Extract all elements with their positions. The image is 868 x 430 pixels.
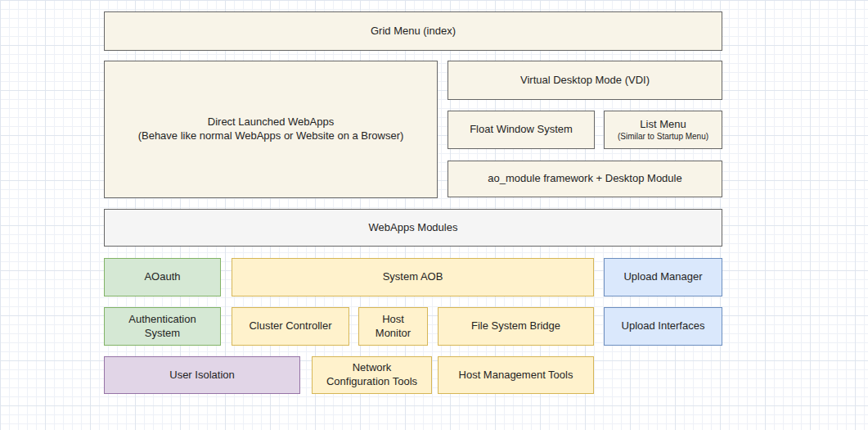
node-label: User Isolation [169, 369, 234, 382]
node-label: WebApps Modules [369, 221, 458, 235]
node-system-aob: System AOB [232, 258, 594, 296]
node-label: Virtual Desktop Mode (VDI) [520, 74, 650, 88]
node-user-isolation: User Isolation [104, 356, 300, 394]
node-grid-menu: Grid Menu (index) [104, 11, 722, 51]
node-float-window-system: Float Window System [447, 111, 595, 149]
node-virtual-desktop-mode: Virtual Desktop Mode (VDI) [447, 61, 722, 100]
node-label: Monitor [376, 327, 411, 341]
node-host-management-tools: Host Management Tools [438, 356, 594, 394]
node-label: Authentication [128, 313, 196, 327]
diagram-canvas: Grid Menu (index)Direct Launched WebApps… [0, 0, 868, 430]
node-label: Cluster Controller [249, 319, 331, 333]
node-file-system-bridge: File System Bridge [438, 307, 594, 346]
node-host-monitor: HostMonitor [358, 307, 428, 346]
node-aoauth: AOauth [104, 258, 221, 296]
node-label: Host Management Tools [459, 369, 573, 382]
node-label: System [145, 327, 180, 341]
node-label: Configuration Tools [326, 375, 417, 389]
node-label: Upload Manager [623, 270, 702, 284]
node-network-configuration-tools: NetworkConfiguration Tools [312, 356, 432, 394]
node-label: Host [382, 313, 404, 327]
node-label: (Behave like normal WebApps or Website o… [138, 129, 404, 143]
node-cluster-controller: Cluster Controller [232, 307, 349, 346]
node-label: Float Window System [470, 123, 573, 137]
node-ao-module-framework: ao_module framework + Desktop Module [447, 161, 722, 197]
node-label: Network [353, 361, 392, 375]
node-authentication-system: AuthenticationSystem [104, 307, 221, 346]
node-sublabel: (Similar to Startup Menu) [618, 132, 708, 143]
node-upload-manager: Upload Manager [604, 258, 722, 296]
node-label: System AOB [383, 270, 443, 284]
node-label: Grid Menu (index) [371, 25, 456, 38]
node-webapps-modules: WebApps Modules [104, 209, 722, 247]
node-direct-launched-webapps: Direct Launched WebApps(Behave like norm… [104, 61, 438, 198]
node-label: List Menu [640, 118, 686, 132]
node-label: Direct Launched WebApps [208, 115, 334, 129]
node-upload-interfaces: Upload Interfaces [604, 307, 722, 346]
node-list-menu: List Menu(Similar to Startup Menu) [604, 111, 722, 149]
node-label: ao_module framework + Desktop Module [488, 172, 681, 186]
node-label: File System Bridge [471, 319, 560, 333]
node-label: AOauth [144, 270, 180, 284]
node-label: Upload Interfaces [622, 319, 705, 333]
